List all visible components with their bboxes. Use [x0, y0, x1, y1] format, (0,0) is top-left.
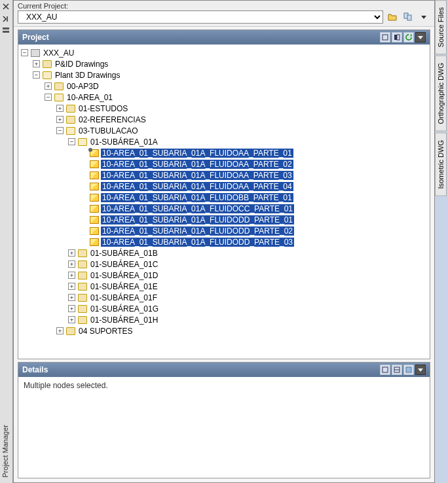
tree-file[interactable]: 10-AREA_01_SUBARIA_01A_FLUIDOCC_PARTE_01: [80, 203, 430, 214]
tree-label: 10-AREA_01_SUBARIA_01A_FLUIDOAA_PARTE_04: [101, 182, 293, 191]
dwg-icon: [90, 183, 99, 190]
details-menu-icon[interactable]: [415, 365, 426, 375]
folder-icon: [43, 60, 52, 68]
folder-icon: [66, 327, 75, 335]
svg-rect-4: [3, 31, 9, 33]
tree-label: 10-AREA_01_SUBARIA_01A_FLUIDODD_PARTE_03: [101, 238, 294, 247]
expand-icon[interactable]: +: [68, 305, 75, 312]
details-panel: Details Multiple nodes selected.: [18, 362, 430, 478]
tree-folder[interactable]: +01-SUBÁREA_01D: [68, 270, 430, 281]
tree-folder[interactable]: +02-REFERENCIAS: [56, 114, 430, 125]
tree-label: 10-AREA_01_SUBARIA_01A_FLUIDOAA_PARTE_01: [101, 149, 293, 158]
tree-label: 02-REFERENCIAS: [77, 115, 147, 124]
tree-label: 04 SUPORTES: [77, 327, 134, 336]
tree-folder[interactable]: +00-AP3D: [45, 80, 430, 92]
expand-icon[interactable]: +: [68, 294, 75, 301]
open-project-icon[interactable]: [386, 10, 399, 24]
tree-file[interactable]: 10-AREA_01_SUBARIA_01A_FLUIDOAA_PARTE_03: [80, 170, 430, 181]
tree-file[interactable]: 10-AREA_01_SUBARIA_01A_FLUIDOAA_PARTE_02: [80, 158, 430, 170]
dwg-icon: [90, 238, 99, 246]
tree-folder[interactable]: +01-SUBÁREA_01G: [68, 303, 430, 314]
collapse-icon[interactable]: −: [33, 71, 40, 79]
folder-icon: [54, 82, 64, 90]
dock-arrow-icon[interactable]: [2, 14, 10, 24]
tree-label: Plant 3D Drawings: [54, 71, 121, 80]
tree-label: 01-SUBÁREA_01D: [89, 271, 159, 280]
panel-btn-2-icon[interactable]: [392, 32, 402, 43]
project-tree[interactable]: −XXX_AU +P&ID Drawings −Plant 3D Drawing…: [18, 45, 430, 359]
folder-icon: [66, 116, 75, 124]
project-panel-header: Project: [18, 30, 430, 45]
tab-isometric-dwg[interactable]: Isometric DWG: [435, 133, 447, 196]
collapse-icon[interactable]: −: [68, 138, 75, 145]
tree-folder[interactable]: −03-TUBULACAO: [56, 125, 430, 136]
tree-file[interactable]: 10-AREA_01_SUBARIA_01A_FLUIDOAA_PARTE_01: [80, 147, 430, 158]
collapse-icon[interactable]: −: [56, 127, 64, 134]
expand-icon[interactable]: +: [56, 105, 64, 112]
refresh-icon[interactable]: [403, 32, 414, 43]
dwg-edit-icon: [90, 149, 99, 157]
project-panel-title: Project: [22, 33, 49, 42]
expand-icon[interactable]: +: [68, 272, 75, 279]
collapse-icon[interactable]: −: [21, 49, 28, 56]
right-tabs: Source Files Orthographic DWG Isometric …: [435, 0, 448, 483]
details-panel-title: Details: [22, 365, 48, 374]
tree-label: 00-AP3D: [65, 82, 100, 91]
expand-icon[interactable]: +: [68, 283, 75, 290]
folder-icon: [66, 105, 75, 113]
tree-label: 01-SUBÁREA_01H: [89, 315, 159, 325]
project-properties-icon[interactable]: [401, 10, 415, 24]
tree-file[interactable]: 10-AREA_01_SUBARIA_01A_FLUIDODD_PARTE_01: [80, 214, 430, 225]
tree-plant3d-drawings[interactable]: −Plant 3D Drawings: [33, 69, 430, 80]
tree-file[interactable]: 10-AREA_01_SUBARIA_01A_FLUIDODD_PARTE_03: [80, 236, 430, 247]
expand-icon[interactable]: +: [68, 316, 75, 323]
tree-folder[interactable]: +01-SUBÁREA_01C: [68, 259, 430, 270]
folder-icon: [78, 283, 87, 291]
tree-label: 10-AREA_01_SUBARIA_01A_FLUIDOAA_PARTE_03: [101, 171, 293, 180]
details-btn-2-icon[interactable]: [392, 365, 402, 375]
project-dropdown-icon[interactable]: [417, 10, 430, 24]
tree-file[interactable]: 10-AREA_01_SUBARIA_01A_FLUIDOAA_PARTE_04: [80, 181, 430, 192]
dock-toggle-icon[interactable]: [2, 26, 10, 36]
tree-label: 10-AREA_01_SUBARIA_01A_FLUIDOBB_PARTE_01: [101, 193, 293, 202]
expand-icon[interactable]: +: [56, 116, 64, 123]
project-panel: Project −XXX_AU +P&ID Drawings −Plant 3D…: [18, 29, 430, 359]
tree-root[interactable]: −XXX_AU: [21, 47, 430, 58]
tree-file[interactable]: 10-AREA_01_SUBARIA_01A_FLUIDOBB_PARTE_01: [80, 192, 430, 203]
folder-icon: [54, 94, 64, 101]
collapse-icon[interactable]: −: [45, 94, 52, 101]
tree-folder[interactable]: −10-AREA_01: [45, 92, 430, 103]
folder-icon: [43, 71, 52, 79]
dwg-icon: [90, 171, 99, 179]
tree-folder[interactable]: +01-SUBÁREA_01F: [68, 292, 430, 303]
close-icon[interactable]: [2, 3, 10, 12]
expand-icon[interactable]: +: [33, 60, 40, 67]
panel-btn-1-icon[interactable]: [380, 32, 390, 43]
tree-pid-drawings[interactable]: +P&ID Drawings: [33, 58, 430, 69]
svg-marker-17: [418, 368, 423, 372]
details-body: Multiple nodes selected.: [18, 377, 430, 478]
tree-folder[interactable]: +01-SUBÁREA_01B: [68, 247, 430, 259]
tree-folder[interactable]: −01-SUBÁREA_01A: [68, 136, 430, 147]
expand-icon[interactable]: +: [68, 260, 75, 268]
project-selector-header: Current Project: XXX_AU: [14, 1, 434, 27]
svg-rect-3: [3, 27, 9, 29]
tab-source-files[interactable]: Source Files: [435, 0, 447, 54]
folder-icon: [78, 316, 87, 324]
dwg-icon: [90, 160, 99, 168]
expand-icon[interactable]: +: [68, 249, 75, 257]
tree-file[interactable]: 10-AREA_01_SUBARIA_01A_FLUIDODD_PARTE_02: [80, 225, 430, 236]
panel-menu-icon[interactable]: [415, 32, 426, 43]
dwg-icon: [90, 216, 99, 224]
tree-folder[interactable]: +01-SUBÁREA_01H: [68, 314, 430, 325]
tab-orthographic-dwg[interactable]: Orthographic DWG: [435, 56, 447, 132]
svg-marker-12: [418, 36, 423, 39]
tree-folder[interactable]: +01-SUBÁREA_01E: [68, 281, 430, 292]
current-project-select[interactable]: XXX_AU: [18, 10, 383, 24]
expand-icon[interactable]: +: [56, 327, 64, 334]
details-btn-3-icon[interactable]: [403, 365, 414, 375]
tree-folder[interactable]: +04 SUPORTES: [56, 325, 430, 336]
expand-icon[interactable]: +: [45, 82, 52, 90]
details-btn-1-icon[interactable]: [380, 365, 390, 375]
tree-folder[interactable]: +01-ESTUDOS: [56, 103, 430, 114]
